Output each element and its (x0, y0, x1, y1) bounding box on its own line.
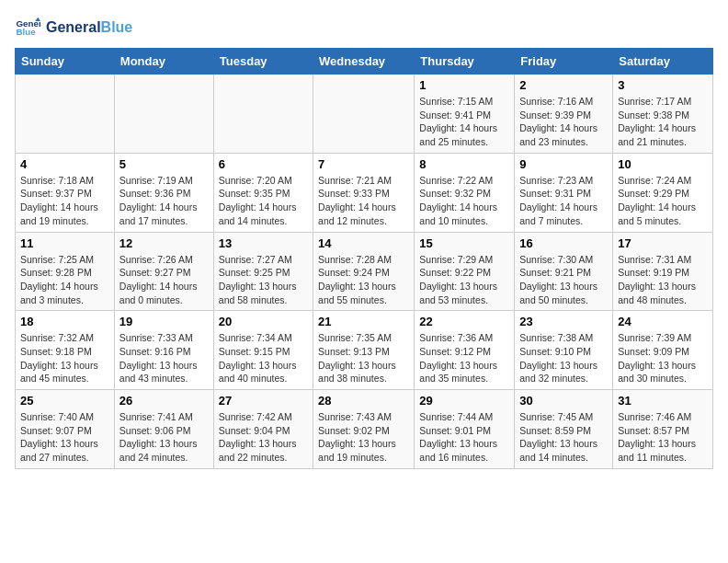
calendar-cell: 4Sunrise: 7:18 AM Sunset: 9:37 PM Daylig… (16, 153, 115, 232)
day-info: Sunrise: 7:17 AM Sunset: 9:38 PM Dayligh… (618, 95, 708, 149)
day-info: Sunrise: 7:31 AM Sunset: 9:19 PM Dayligh… (618, 253, 708, 307)
day-number: 25 (20, 394, 109, 408)
day-info: Sunrise: 7:42 AM Sunset: 9:04 PM Dayligh… (219, 410, 308, 465)
day-info: Sunrise: 7:32 AM Sunset: 9:18 PM Dayligh… (20, 331, 109, 385)
day-number: 22 (419, 315, 509, 328)
calendar-cell: 5Sunrise: 7:19 AM Sunset: 9:36 PM Daylig… (114, 153, 213, 232)
day-number: 20 (219, 315, 308, 328)
day-number: 2 (519, 78, 608, 92)
calendar-cell: 14Sunrise: 7:28 AM Sunset: 9:24 PM Dayli… (313, 232, 415, 311)
day-info: Sunrise: 7:35 AM Sunset: 9:13 PM Dayligh… (318, 331, 409, 385)
day-info: Sunrise: 7:40 AM Sunset: 9:07 PM Dayligh… (20, 410, 109, 465)
weekday-header-monday: Monday (114, 49, 213, 75)
logo: General Blue GeneralBlue (15, 15, 132, 40)
weekday-header-sunday: Sunday (16, 49, 115, 75)
calendar-cell: 28Sunrise: 7:43 AM Sunset: 9:02 PM Dayli… (313, 390, 415, 469)
calendar-cell: 23Sunrise: 7:38 AM Sunset: 9:10 PM Dayli… (515, 311, 613, 390)
logo-text: GeneralBlue (46, 18, 132, 36)
day-number: 6 (219, 157, 308, 171)
calendar-cell: 31Sunrise: 7:46 AM Sunset: 8:57 PM Dayli… (613, 390, 713, 469)
day-number: 18 (20, 315, 109, 328)
calendar-cell: 27Sunrise: 7:42 AM Sunset: 9:04 PM Dayli… (213, 390, 313, 469)
day-info: Sunrise: 7:30 AM Sunset: 9:21 PM Dayligh… (519, 253, 608, 307)
calendar-cell: 22Sunrise: 7:36 AM Sunset: 9:12 PM Dayli… (415, 311, 515, 390)
day-info: Sunrise: 7:45 AM Sunset: 8:59 PM Dayligh… (519, 410, 608, 465)
calendar-cell (213, 75, 313, 154)
weekday-header-saturday: Saturday (613, 49, 713, 75)
day-number: 13 (219, 236, 308, 250)
day-info: Sunrise: 7:25 AM Sunset: 9:28 PM Dayligh… (20, 253, 109, 307)
calendar-cell: 16Sunrise: 7:30 AM Sunset: 9:21 PM Dayli… (515, 232, 613, 311)
day-number: 29 (419, 394, 509, 408)
calendar-cell: 7Sunrise: 7:21 AM Sunset: 9:33 PM Daylig… (313, 153, 415, 232)
day-number: 28 (318, 394, 409, 408)
calendar-cell: 25Sunrise: 7:40 AM Sunset: 9:07 PM Dayli… (16, 390, 115, 469)
day-number: 11 (20, 236, 109, 250)
day-info: Sunrise: 7:16 AM Sunset: 9:39 PM Dayligh… (519, 95, 608, 149)
day-number: 1 (419, 78, 509, 92)
day-number: 8 (419, 157, 509, 171)
day-number: 9 (519, 157, 608, 171)
day-info: Sunrise: 7:38 AM Sunset: 9:10 PM Dayligh… (519, 331, 608, 385)
day-info: Sunrise: 7:20 AM Sunset: 9:35 PM Dayligh… (219, 174, 308, 228)
calendar-cell: 13Sunrise: 7:27 AM Sunset: 9:25 PM Dayli… (213, 232, 313, 311)
day-info: Sunrise: 7:26 AM Sunset: 9:27 PM Dayligh… (119, 253, 209, 307)
day-number: 31 (618, 394, 708, 408)
calendar-cell: 21Sunrise: 7:35 AM Sunset: 9:13 PM Dayli… (313, 311, 415, 390)
calendar-cell: 15Sunrise: 7:29 AM Sunset: 9:22 PM Dayli… (415, 232, 515, 311)
day-number: 15 (419, 236, 509, 250)
page-header: General Blue GeneralBlue (15, 15, 713, 40)
calendar-cell: 19Sunrise: 7:33 AM Sunset: 9:16 PM Dayli… (114, 311, 213, 390)
day-number: 19 (119, 315, 209, 328)
day-number: 4 (20, 157, 109, 171)
day-number: 16 (519, 236, 608, 250)
day-number: 12 (119, 236, 209, 250)
day-info: Sunrise: 7:22 AM Sunset: 9:32 PM Dayligh… (419, 174, 509, 228)
day-info: Sunrise: 7:27 AM Sunset: 9:25 PM Dayligh… (219, 253, 308, 307)
svg-text:Blue: Blue (16, 27, 36, 37)
calendar-cell: 11Sunrise: 7:25 AM Sunset: 9:28 PM Dayli… (16, 232, 115, 311)
calendar-cell: 12Sunrise: 7:26 AM Sunset: 9:27 PM Dayli… (114, 232, 213, 311)
day-info: Sunrise: 7:33 AM Sunset: 9:16 PM Dayligh… (119, 331, 209, 385)
day-number: 27 (219, 394, 308, 408)
day-number: 23 (519, 315, 608, 328)
calendar-table: SundayMondayTuesdayWednesdayThursdayFrid… (15, 48, 713, 469)
calendar-cell (114, 75, 213, 154)
weekday-header-tuesday: Tuesday (213, 49, 313, 75)
logo-icon: General Blue (15, 15, 40, 40)
calendar-cell: 1Sunrise: 7:15 AM Sunset: 9:41 PM Daylig… (415, 75, 515, 154)
calendar-cell (16, 75, 115, 154)
day-info: Sunrise: 7:24 AM Sunset: 9:29 PM Dayligh… (618, 174, 708, 228)
day-info: Sunrise: 7:36 AM Sunset: 9:12 PM Dayligh… (419, 331, 509, 385)
day-info: Sunrise: 7:28 AM Sunset: 9:24 PM Dayligh… (318, 253, 409, 307)
day-number: 26 (119, 394, 209, 408)
calendar-cell: 2Sunrise: 7:16 AM Sunset: 9:39 PM Daylig… (515, 75, 613, 154)
day-number: 7 (318, 157, 409, 171)
weekday-header-friday: Friday (515, 49, 613, 75)
day-number: 30 (519, 394, 608, 408)
calendar-cell: 9Sunrise: 7:23 AM Sunset: 9:31 PM Daylig… (515, 153, 613, 232)
day-info: Sunrise: 7:39 AM Sunset: 9:09 PM Dayligh… (618, 331, 708, 385)
day-number: 10 (618, 157, 708, 171)
day-info: Sunrise: 7:43 AM Sunset: 9:02 PM Dayligh… (318, 410, 409, 465)
day-info: Sunrise: 7:15 AM Sunset: 9:41 PM Dayligh… (419, 95, 509, 149)
calendar-cell (313, 75, 415, 154)
day-info: Sunrise: 7:41 AM Sunset: 9:06 PM Dayligh… (119, 410, 209, 465)
weekday-header-thursday: Thursday (415, 49, 515, 75)
day-info: Sunrise: 7:23 AM Sunset: 9:31 PM Dayligh… (519, 174, 608, 228)
calendar-cell: 10Sunrise: 7:24 AM Sunset: 9:29 PM Dayli… (613, 153, 713, 232)
day-info: Sunrise: 7:29 AM Sunset: 9:22 PM Dayligh… (419, 253, 509, 307)
day-number: 17 (618, 236, 708, 250)
weekday-header-wednesday: Wednesday (313, 49, 415, 75)
day-info: Sunrise: 7:44 AM Sunset: 9:01 PM Dayligh… (419, 410, 509, 465)
calendar-cell: 6Sunrise: 7:20 AM Sunset: 9:35 PM Daylig… (213, 153, 313, 232)
day-number: 21 (318, 315, 409, 328)
calendar-cell: 30Sunrise: 7:45 AM Sunset: 8:59 PM Dayli… (515, 390, 613, 469)
calendar-cell: 29Sunrise: 7:44 AM Sunset: 9:01 PM Dayli… (415, 390, 515, 469)
calendar-cell: 24Sunrise: 7:39 AM Sunset: 9:09 PM Dayli… (613, 311, 713, 390)
day-info: Sunrise: 7:46 AM Sunset: 8:57 PM Dayligh… (618, 410, 708, 465)
calendar-cell: 17Sunrise: 7:31 AM Sunset: 9:19 PM Dayli… (613, 232, 713, 311)
day-info: Sunrise: 7:34 AM Sunset: 9:15 PM Dayligh… (219, 331, 308, 385)
calendar-cell: 18Sunrise: 7:32 AM Sunset: 9:18 PM Dayli… (16, 311, 115, 390)
day-number: 14 (318, 236, 409, 250)
